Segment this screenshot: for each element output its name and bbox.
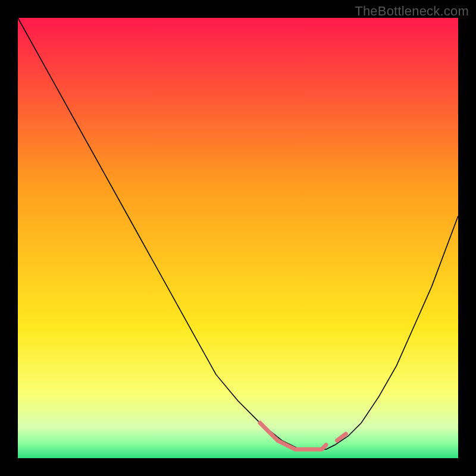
bottleneck-chart xyxy=(0,0,476,476)
plot-background xyxy=(18,18,458,458)
watermark-text: TheBottleneck.com xyxy=(355,4,469,19)
